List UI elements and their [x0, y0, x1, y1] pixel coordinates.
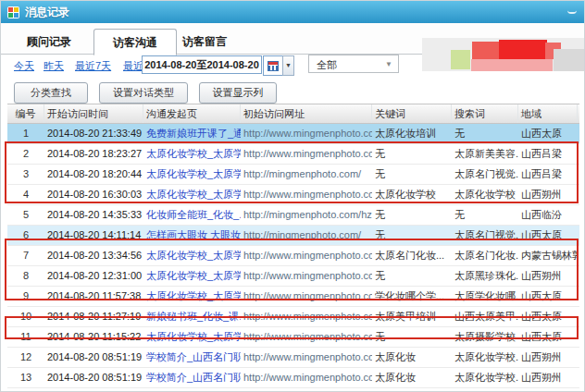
url-cell: http://www.mingmenphoto.com/	[241, 246, 372, 265]
url-cell: http://mingmenphoto.com/hz.h...	[241, 205, 372, 225]
start-time-cell: 2014-08-20 14:35:33	[44, 205, 143, 225]
url-cell: http://www.mingmenphoto.com/	[241, 185, 372, 204]
start-time-cell: 2014-08-20 08:51:19	[44, 348, 143, 367]
calendar-icon	[268, 61, 279, 71]
table-row[interactable]: 42014-08-20 16:30:03太原化妆学校_太原学...http://…	[7, 185, 579, 205]
row-number-cell: 4	[7, 185, 44, 204]
region-cell: 山西临汾	[518, 205, 578, 225]
search-term-cell: 太原学化妆哪...	[452, 287, 518, 306]
search-term-cell: 太原化妆学校...	[452, 368, 518, 387]
window-title: 消息记录	[25, 5, 69, 20]
page-link[interactable]: 学校简介_山西名门职...	[143, 368, 241, 387]
url-cell: http://www.mingmenphoto.com/	[241, 368, 372, 387]
start-time-cell: 2014-08-20 12:31:00	[44, 266, 143, 286]
keyword-cell: 无	[372, 144, 452, 164]
search-term-cell: 无	[452, 205, 518, 225]
message-records-window: 消息记录 顾问记录访客沟通访客留言 今天 昨天 最近7天 最近30天 2014-…	[0, 0, 585, 392]
start-time-cell: 2014-08-20 18:23:27	[44, 144, 143, 164]
start-time-cell: 2014-08-20 16:30:03	[44, 185, 143, 204]
date-range-input[interactable]: 2014-08-20至2014-08-20	[142, 55, 262, 74]
calendar-dropdown-arrow[interactable]: ▼	[282, 55, 294, 76]
table-row[interactable]: 22014-08-20 18:23:27太原化妆学校_太原学...http://…	[7, 144, 579, 165]
region-cell: 山西太原	[518, 226, 578, 245]
column-header-4[interactable]: 关键词	[372, 104, 452, 123]
url-cell: http://www.mingmenphoto.com/	[241, 144, 372, 164]
table-row[interactable]: 112014-08-20 11:15:22太原化妆学校_太原学...http:/…	[7, 327, 579, 348]
table-row[interactable]: 132014-08-20 08:51:19学校简介_山西名门职...http:/…	[7, 368, 579, 388]
search-term-cell: 太原化妆学校	[452, 185, 518, 204]
set-dialog-type-button[interactable]: 设置对话类型	[99, 82, 188, 104]
table-row[interactable]: 82014-08-20 12:31:00太原化妆学校_太原学...http://…	[7, 266, 579, 287]
row-number-cell: 9	[7, 287, 44, 306]
quick-filter-last-7-days[interactable]: 最近7天	[75, 59, 111, 73]
page-link[interactable]: 太原化妆学校_太原学...	[143, 327, 241, 347]
start-time-cell: 2014-08-20 08:51:19	[44, 368, 143, 387]
keyword-cell: 无	[372, 327, 452, 347]
search-term-cell: 太原名门视觉...	[452, 165, 518, 184]
url-cell: http://www.mingmenphoto.com/	[241, 124, 372, 143]
start-time-cell: 2014-08-20 11:57:38	[44, 287, 143, 306]
keyword-cell: 学化妆哪个学...	[372, 287, 452, 306]
region-cell: 山西朔州	[518, 266, 578, 286]
tab-visitor-chat[interactable]: 访客沟通	[93, 29, 177, 55]
region-cell: 内蒙古锡林郭...	[518, 246, 578, 265]
column-header-0[interactable]: 编号	[7, 104, 44, 123]
row-number-cell: 13	[7, 368, 44, 387]
table-row[interactable]: 72014-08-20 13:34:56太原化妆学校_太原学...http://…	[7, 246, 579, 266]
table-row[interactable]: 92014-08-20 11:57:38太原化妆学校_太原学...http://…	[7, 287, 579, 307]
search-term-cell: 太原名门视觉...	[452, 226, 518, 245]
row-number-cell: 11	[7, 327, 44, 347]
tab-consultant-records[interactable]: 顾问记录	[27, 34, 71, 50]
category-dropdown[interactable]: 全部 ▼	[308, 55, 399, 73]
table-row[interactable]: 122014-08-20 08:51:19学校简介_山西名门职...http:/…	[7, 348, 579, 368]
keyword-cell: 太原美甲培训	[372, 307, 452, 326]
search-term-cell: 太原名门化妆...	[452, 246, 518, 265]
page-link[interactable]: 化妆师全能班_化妆_...	[143, 205, 241, 225]
page-link[interactable]: 太原化妆学校_太原学...	[143, 266, 241, 286]
url-cell: http://www.mingmenphoto.com/	[241, 327, 372, 347]
url-cell: http://www.mingmenphoto.co...	[241, 266, 372, 286]
classify-search-button[interactable]: 分类查找	[14, 82, 88, 104]
chevron-down-icon: ▼	[385, 55, 392, 74]
page-link[interactable]: 太原化妆学校_太原学...	[143, 246, 241, 265]
page-link[interactable]: 怎样画大眼妆 大眼妆...	[143, 226, 241, 245]
url-cell: http://www.mingmenphoto.com/	[241, 287, 372, 306]
start-time-cell: 2014-08-20 13:34:56	[44, 246, 143, 265]
search-term-cell: 太原黑珍珠化...	[452, 266, 518, 286]
url-cell: http://www.mingmenphoto.com/	[241, 348, 372, 367]
column-header-5[interactable]: 搜索词	[452, 104, 518, 123]
tab-visitor-messages[interactable]: 访客留言	[182, 34, 227, 50]
keyword-cell: 无	[372, 226, 452, 245]
column-header-2[interactable]: 沟通发起页	[143, 104, 241, 123]
column-header-3[interactable]: 初始访问网址	[241, 104, 372, 123]
region-cell: 山西朔州	[518, 368, 578, 387]
region-cell: 山西朔州	[518, 185, 578, 204]
page-link[interactable]: 太原化妆学校_太原学...	[143, 144, 241, 164]
row-number-cell: 10	[7, 307, 44, 326]
page-link[interactable]: 太原化妆学校_太原学...	[143, 287, 241, 306]
page-link[interactable]: 太原化妆学校_太原学...	[143, 165, 241, 184]
row-number-cell: 2	[7, 144, 44, 164]
region-cell: 山西太原	[518, 124, 578, 143]
page-link[interactable]: 学校简介_山西名门职...	[143, 348, 241, 367]
table-row[interactable]: 102014-08-20 11:27:19新娘秘书班_化妆_课...http:/…	[7, 307, 579, 327]
table-row[interactable]: 52014-08-20 14:35:33化妆师全能班_化妆_...http://…	[7, 205, 579, 226]
column-header-6[interactable]: 地域	[518, 104, 578, 123]
set-display-columns-button[interactable]: 设置显示列	[199, 82, 277, 104]
column-header-1[interactable]: 开始访问时间	[44, 104, 143, 123]
keyword-cell: 太原化妆学校	[372, 185, 452, 204]
quick-filter-today[interactable]: 今天	[14, 59, 34, 73]
keyword-cell: 太原化妆	[372, 368, 452, 387]
calendar-button[interactable]	[263, 55, 283, 76]
table-row[interactable]: 12014-08-20 21:33:49免费新娘班开课了_通...http://…	[7, 124, 579, 144]
visitor-table: 编号开始访问时间沟通发起页初始访问网址关键词搜索词地域 12014-08-20 …	[7, 104, 579, 388]
region-cell: 山西太原	[518, 307, 578, 326]
page-link[interactable]: 太原化妆学校_太原学...	[143, 185, 241, 204]
page-link[interactable]: 新娘秘书班_化妆_课...	[143, 307, 241, 326]
page-link[interactable]: 免费新娘班开课了_通...	[143, 124, 241, 143]
table-row[interactable]: 62014-08-20 14:11:14怎样画大眼妆 大眼妆...http://…	[7, 226, 579, 246]
titlebar-corner-mark	[567, 6, 577, 14]
quick-filter-yesterday[interactable]: 昨天	[44, 59, 64, 73]
region-cell: 山西吕梁	[518, 165, 578, 184]
table-row[interactable]: 32014-08-20 18:20:44太原化妆学校_太原学...http://…	[7, 165, 579, 185]
